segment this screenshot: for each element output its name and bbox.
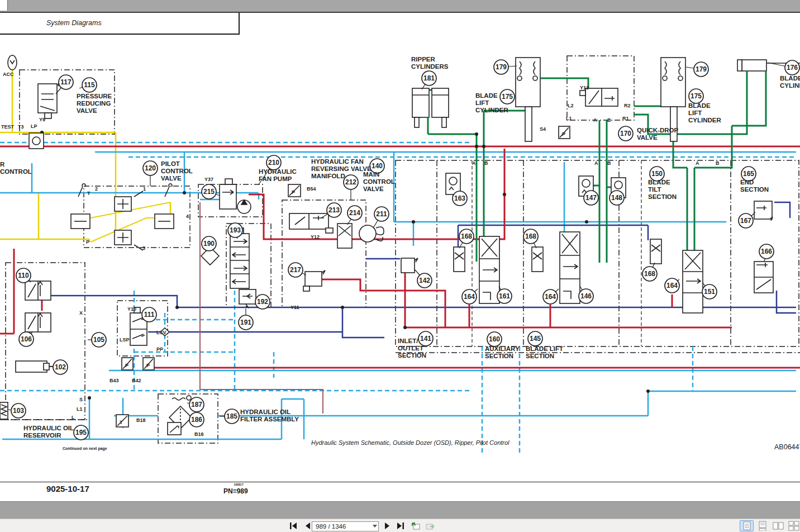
callout-212: 212 [344,175,358,200]
svg-text:164: 164 [545,293,556,301]
svg-text:147: 147 [585,194,597,202]
svg-text:110: 110 [18,272,29,279]
callout-164: 164 [462,289,478,304]
previous-view-button[interactable] [409,520,422,531]
callout-164: 164 [543,289,559,304]
port-label: Y13 [580,85,589,91]
footer-rule [0,482,800,482]
port-label: Y9 [39,117,45,122]
callout-145: 145 [528,331,542,346]
continued-note: Continued on next page [63,446,107,450]
svg-text:166: 166 [761,248,772,255]
callout-146: 146 [579,286,593,303]
port-label: B54 [307,186,316,192]
port-label: B16 [194,431,204,437]
port-label: L [72,415,75,420]
page-combo-arrow[interactable] [373,525,377,528]
port-label: Y12 [311,234,320,240]
svg-text:179: 179 [696,65,707,73]
port-label: P [292,189,295,195]
diagram-label: AUXILIARYSECTION [485,345,520,359]
page-number-input[interactable] [315,522,370,531]
layout-two-page-button[interactable] [771,520,785,531]
next-page-button[interactable] [381,520,393,531]
port-label: A [472,160,476,166]
figure-caption: Hydraulic System Schematic, Outside Doze… [311,439,509,446]
valve-215 [220,184,236,209]
svg-text:215: 215 [203,188,215,196]
callout-192: 192 [255,294,270,309]
diagram-label: BLADELIFTCYLINDER [688,102,721,124]
last-page-icon [396,522,405,530]
last-page-button[interactable] [394,520,407,531]
next-view-button[interactable] [424,520,436,531]
port-label: ACC [3,72,14,77]
layout-continuous-button[interactable] [755,520,769,531]
blade-cylinder [742,60,766,71]
port-label: T [87,191,91,196]
callout-167: 167 [739,212,755,228]
port-label: P [125,363,128,368]
port-label: 3 [142,245,145,251]
diagram-label: HYDRAULIC OILFILTER ASSEMBLY [240,408,299,422]
diagram-label: RIPPERCYLINDERS [411,56,449,70]
callout-186: 186 [189,412,204,427]
port-label: Y10 [127,306,136,312]
diagram-label: RCONTROL [0,161,32,175]
svg-text:120: 120 [145,164,156,172]
port-label: 1 [143,186,146,192]
layout-two-page-continuous-button[interactable] [787,520,800,531]
previous-view-icon [411,521,421,530]
red-lines [0,146,800,368]
schematic-canvas: 1171151202102152122132142111401811791751… [0,0,800,501]
port-label: Y11 [291,305,299,310]
pdf-viewer-window: System Diagrams [0,0,800,532]
callout-168: 168 [459,229,474,248]
ripper-cylinder-1 [412,88,429,117]
svg-text:103: 103 [13,407,24,415]
svg-text:176: 176 [787,64,798,72]
callout-115: 115 [79,78,97,92]
callout-179: 179 [686,62,708,77]
svg-text:217: 217 [290,266,301,274]
svg-text:167: 167 [740,217,751,225]
layout-single-page-button[interactable] [740,520,754,531]
port-label: B18 [136,417,146,423]
port-label: R1 [622,116,629,121]
two-page-icon [773,521,784,530]
port-label: B43 [109,378,119,383]
blade-lift-cylinder-2 [661,58,685,107]
callout-151: 151 [702,282,717,299]
svg-text:150: 150 [651,170,663,178]
port-label: L2 [568,103,574,108]
svg-text:186: 186 [191,416,202,424]
callout-layer: 1171151202102152122132142111401811791751… [8,60,799,440]
callout-148: 148 [609,191,624,205]
spool-146 [560,232,580,303]
next-page-icon [384,522,391,530]
svg-text:181: 181 [423,74,435,82]
svg-text:175: 175 [502,93,513,101]
port-label: TEST [1,124,15,130]
svg-text:175: 175 [691,92,702,100]
port-label: A [593,117,597,123]
svg-text:191: 191 [240,319,251,326]
callout-168: 168 [642,263,657,281]
svg-text:190: 190 [203,240,215,248]
svg-text:170: 170 [620,130,631,137]
ripper-cylinder-2 [432,88,449,117]
diagram-label: ENDSECTION [740,179,769,193]
valve-167 [754,201,772,219]
diagram-label: HYDRAULIC OILRESERVOIR [23,425,74,439]
port-label: 4 [186,213,189,219]
page-note: PN=989 [223,487,248,495]
port-label: B42 [132,378,141,383]
svg-text:213: 213 [328,206,340,214]
callout-168: 168 [523,229,538,248]
svg-text:105: 105 [93,336,104,344]
previous-page-icon [304,522,311,530]
svg-text:163: 163 [454,194,465,202]
svg-text:168: 168 [644,270,655,278]
diagram-label: HYDRAULICFAN PUMP [259,168,297,182]
first-page-button[interactable] [287,520,299,531]
